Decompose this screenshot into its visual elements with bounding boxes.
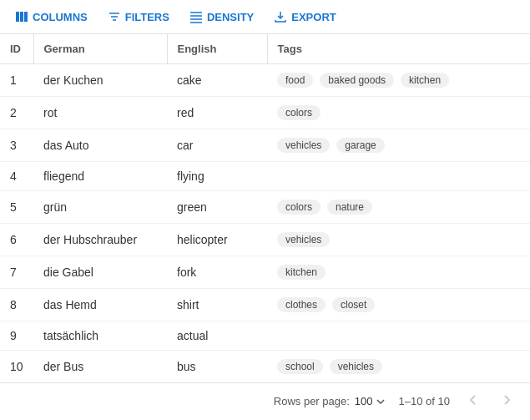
cell-id: 7 (0, 256, 33, 289)
tag-item: vehicles (330, 359, 382, 374)
rows-per-page-select[interactable]: 100 (355, 395, 386, 407)
cell-tags: colorsnature (267, 191, 530, 224)
svg-rect-0 (16, 12, 19, 22)
density-icon (189, 10, 203, 23)
table-row: 1der Kuchencakefoodbaked goodskitchen (0, 64, 530, 97)
cell-english: car (167, 129, 267, 162)
filters-icon (108, 10, 121, 23)
tag-item: kitchen (277, 265, 326, 280)
cell-tags: clothescloset (267, 289, 530, 321)
svg-rect-2 (24, 12, 28, 22)
cell-german: der Bus (33, 351, 167, 383)
cell-german: der Kuchen (33, 64, 167, 97)
tag-item: garage (336, 138, 384, 153)
cell-id: 6 (0, 224, 33, 256)
tag-item: school (277, 359, 323, 374)
chevron-right-icon (500, 393, 513, 407)
svg-rect-1 (20, 12, 23, 22)
table-row: 3das Autocarvehiclesgarage (0, 129, 530, 162)
table-row: 8das Hemdshirtclothescloset (0, 289, 530, 321)
cell-english: bus (167, 351, 267, 383)
tags-container: vehicles (277, 231, 520, 248)
cell-english: flying (167, 162, 267, 191)
columns-label: COLUMNS (33, 11, 88, 23)
cell-tags: foodbaked goodskitchen (267, 64, 530, 97)
cell-id: 3 (0, 129, 33, 162)
tags-container: vehiclesgarage (277, 137, 520, 154)
tag-item: nature (327, 200, 372, 215)
table-row: 10der Busbusschoolvehicles (0, 351, 530, 383)
rows-per-page-value: 100 (355, 395, 373, 407)
tags-container: colors (277, 104, 520, 121)
cell-english: cake (167, 64, 267, 97)
table-row: 7die Gabelforkkitchen (0, 256, 530, 289)
cell-german: das Hemd (33, 289, 167, 321)
header-tags: Tags (267, 34, 530, 64)
chevron-left-icon (467, 393, 480, 407)
tag-item: clothes (277, 297, 326, 312)
cell-german: rot (33, 97, 167, 129)
tag-item: food (277, 73, 313, 88)
table-row: 5grüngreencolorsnature (0, 191, 530, 224)
filters-button[interactable]: FILTERS (106, 7, 171, 27)
cell-german: grün (33, 191, 167, 224)
cell-tags (267, 162, 530, 191)
rows-per-page-control: Rows per page: 100 (274, 395, 386, 407)
rows-per-page-label: Rows per page: (274, 395, 350, 407)
filters-label: FILTERS (125, 11, 169, 23)
cell-english: helicopter (167, 224, 267, 256)
table-footer: Rows per page: 100 1–10 of 10 (0, 382, 530, 419)
cell-english: shirt (167, 289, 267, 321)
export-button[interactable]: EXPORT (272, 7, 337, 27)
columns-button[interactable]: COLUMNS (13, 7, 89, 27)
tags-container: schoolvehicles (277, 358, 520, 375)
density-button[interactable]: DENSITY (188, 7, 255, 27)
next-page-button[interactable] (497, 392, 517, 411)
table-row: 2rotredcolors (0, 97, 530, 129)
cell-tags: vehiclesgarage (267, 129, 530, 162)
page-info: 1–10 of 10 (399, 395, 450, 407)
cell-id: 10 (0, 351, 33, 383)
columns-icon (15, 10, 28, 23)
cell-id: 8 (0, 289, 33, 321)
cell-tags (267, 321, 530, 351)
tag-item: baked goods (320, 73, 394, 88)
cell-id: 1 (0, 64, 33, 97)
header-english: English (167, 34, 267, 64)
cell-id: 5 (0, 191, 33, 224)
density-label: DENSITY (207, 11, 254, 23)
tag-item: closet (332, 297, 375, 312)
tags-container: kitchen (277, 264, 520, 281)
cell-english: actual (167, 321, 267, 351)
cell-id: 4 (0, 162, 33, 191)
cell-german: fliegend (33, 162, 167, 191)
table-row: 6der Hubschrauberhelicoptervehicles (0, 224, 530, 256)
tag-item: kitchen (401, 73, 449, 88)
chevron-down-icon (376, 397, 386, 407)
cell-id: 9 (0, 321, 33, 351)
cell-tags: vehicles (267, 224, 530, 256)
cell-german: die Gabel (33, 256, 167, 289)
cell-german: tatsächlich (33, 321, 167, 351)
tag-item: vehicles (277, 138, 330, 153)
tag-item: vehicles (277, 232, 330, 247)
cell-german: das Auto (33, 129, 167, 162)
cell-english: red (167, 97, 267, 129)
tag-item: colors (277, 105, 321, 120)
prev-page-button[interactable] (463, 392, 483, 411)
cell-tags: schoolvehicles (267, 351, 530, 383)
export-icon (274, 10, 287, 23)
tags-container: colorsnature (277, 199, 520, 215)
tags-container: foodbaked goodskitchen (277, 72, 520, 89)
tags-container: clothescloset (277, 296, 520, 313)
export-label: EXPORT (291, 11, 336, 23)
header-id: ID (0, 34, 33, 64)
header-german: German (33, 34, 167, 64)
cell-english: green (167, 191, 267, 224)
cell-tags: kitchen (267, 256, 530, 289)
data-table: ID German English Tags 1der Kuchencakefo… (0, 34, 530, 382)
cell-german: der Hubschrauber (33, 224, 167, 256)
toolbar: COLUMNS FILTERS DENSITY EXPOR (0, 0, 530, 34)
table-row: 9tatsächlichactual (0, 321, 530, 351)
tag-item: colors (277, 200, 321, 215)
